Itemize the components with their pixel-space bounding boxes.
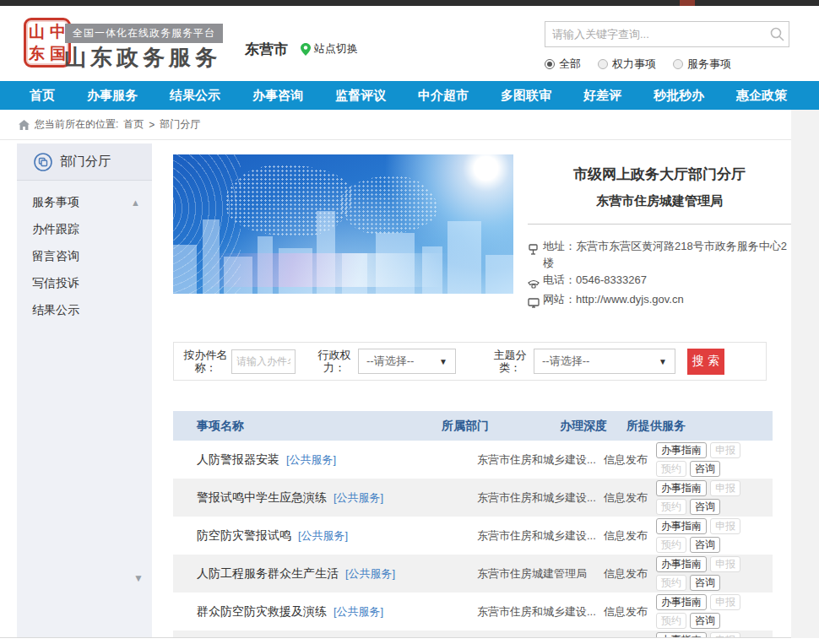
actions-cell: 办事指南 申报 预约 咨询 <box>652 555 773 593</box>
consult-button[interactable]: 咨询 <box>690 537 720 553</box>
search-button[interactable]: 搜 索 <box>687 349 724 375</box>
public-service-tag-link[interactable]: [公共服务] <box>298 529 348 542</box>
sidebar-item-label: 办件跟踪 <box>32 222 79 237</box>
item-name-input[interactable] <box>231 349 296 374</box>
nav-item[interactable]: 办事服务 <box>87 88 138 104</box>
sidebar-item-label: 留言咨询 <box>32 249 79 264</box>
phone-value: 0546-8333267 <box>576 273 647 286</box>
col-header-item-name: 事项名称 <box>173 419 473 434</box>
site-switch-label: 站点切换 <box>314 41 358 57</box>
site-switch-button[interactable]: 站点切换 <box>301 41 358 57</box>
sidebar: 部门分厅 服务事项 ▲ 办件跟踪 留言咨询 <box>17 143 152 637</box>
depth-cell: 信息发布 <box>599 566 652 582</box>
phone-icon <box>528 272 543 291</box>
radio-icon[interactable] <box>673 59 683 69</box>
address-label: 地址： <box>543 240 576 252</box>
sidebar-item-label: 写信投诉 <box>32 276 79 291</box>
select-arrow-icon: ▼ <box>659 357 667 366</box>
collapse-arrow-icon[interactable]: ▲ <box>131 198 140 208</box>
department-info-panel: 市级网上政务大厅部门分厅 东营市住房城建管理局 地址：东营市东营区黄河路218号… <box>528 154 791 311</box>
guide-button[interactable]: 办事指南 <box>656 518 707 534</box>
search-scope-radios: 全部 权力事项 服务事项 <box>545 57 731 72</box>
info-divider <box>528 224 791 225</box>
nav-item[interactable]: 好差评 <box>583 88 621 104</box>
main-content: 市级网上政务大厅部门分厅 东营市住房城建管理局 地址：东营市东营区黄河路218号… <box>173 154 791 638</box>
consult-button[interactable]: 咨询 <box>690 461 720 477</box>
item-name-cell: 人防警报器安装[公共服务] <box>173 450 473 469</box>
depth-cell: 信息发布 <box>599 604 652 620</box>
book-button-disabled: 预约 <box>656 613 686 629</box>
consult-button[interactable]: 咨询 <box>690 499 720 515</box>
actions-cell: 办事指南 申报 预约 咨询 <box>652 479 773 517</box>
scope-radio-label: 权力事项 <box>612 57 656 72</box>
topic-category-select[interactable]: --请选择-- ▼ <box>534 349 675 374</box>
consult-button[interactable]: 咨询 <box>690 613 720 629</box>
address-icon <box>528 238 543 272</box>
sidebar-item[interactable]: 服务事项 ▲ <box>17 189 152 216</box>
sidebar-menu: 服务事项 ▲ 办件跟踪 留言咨询 写信投诉 <box>17 181 152 324</box>
nav-item[interactable]: 结果公示 <box>170 88 220 104</box>
item-name-cell: 人防工程服务群众生产生活[公共服务] <box>173 564 473 583</box>
sidebar-item-label: 结果公示 <box>32 303 79 318</box>
current-city: 东营市 <box>245 40 288 59</box>
radio-icon[interactable] <box>598 59 608 69</box>
breadcrumb-home-link[interactable]: 首页 <box>123 117 144 132</box>
guide-button[interactable]: 办事指南 <box>656 556 707 572</box>
item-name-label: 按办件名称： <box>182 349 229 374</box>
declare-button-disabled: 申报 <box>710 594 740 610</box>
declare-button-disabled: 申报 <box>710 480 740 496</box>
public-service-tag-link[interactable]: [公共服务] <box>334 491 383 504</box>
table-row: 人民防空通信、警报设施为抢险救灾服务[公共服务] 东营市住房和城乡建设... 信… <box>173 630 773 638</box>
item-name-link[interactable]: 群众防空防灾救援及演练 <box>197 604 327 618</box>
nav-item[interactable]: 监督评议 <box>335 88 386 104</box>
sidebar-item[interactable]: 办件跟踪 <box>17 216 152 243</box>
department-cell: 东营市住房和城乡建设... <box>473 452 599 468</box>
guide-button[interactable]: 办事指南 <box>656 632 707 638</box>
admin-power-select[interactable]: --请选择-- ▼ <box>358 349 456 374</box>
item-name-cell: 警报试鸣中学生应急演练[公共服务] <box>173 488 473 507</box>
sidebar-item[interactable]: 结果公示 <box>17 297 152 324</box>
nav-item[interactable]: 多图联审 <box>501 88 551 104</box>
topbar-accent <box>680 0 695 6</box>
topic-category-value: --请选择-- <box>542 354 589 369</box>
public-service-tag-link[interactable]: [公共服务] <box>334 605 383 618</box>
website-label: 网站： <box>543 293 576 306</box>
keyword-search-box <box>545 21 789 47</box>
public-service-tag-link[interactable]: [公共服务] <box>345 567 395 580</box>
browser-top-strip <box>0 0 819 6</box>
address-line: 地址：东营市东营区黄河路218号市政务服务中心2楼 <box>528 238 791 272</box>
nav-item[interactable]: 首页 <box>30 88 55 104</box>
item-name-link[interactable]: 人防警报器安装 <box>197 452 279 466</box>
item-name-cell: 群众防空防灾救援及演练[公共服务] <box>173 602 473 621</box>
depth-cell: 信息发布 <box>599 452 652 468</box>
scope-radio-option[interactable]: 全部 <box>545 57 581 72</box>
scope-radio-option[interactable]: 权力事项 <box>598 57 656 72</box>
guide-button[interactable]: 办事指南 <box>656 480 707 496</box>
consult-button[interactable]: 咨询 <box>690 575 720 591</box>
sidebar-item[interactable]: 写信投诉 <box>17 270 152 297</box>
website-line: 网站：http://www.dyjs.gov.cn <box>528 291 791 311</box>
seal-char: 东 <box>29 46 45 62</box>
keyword-search-input[interactable] <box>545 28 765 41</box>
website-value: http://www.dyjs.gov.cn <box>576 293 684 306</box>
item-name-link[interactable]: 人防工程服务群众生产生活 <box>197 566 339 580</box>
nav-item[interactable]: 办事咨询 <box>252 88 303 104</box>
item-name-link[interactable]: 警报试鸣中学生应急演练 <box>197 490 327 504</box>
public-service-tag-link[interactable]: [公共服务] <box>286 453 336 466</box>
search-icon[interactable] <box>765 27 789 41</box>
phone-line: 电话：0546-8333267 <box>528 272 791 291</box>
nav-item[interactable]: 惠企政策 <box>736 88 787 104</box>
item-name-link[interactable]: 防空防灾警报试鸣 <box>197 528 291 542</box>
sidebar-scroll-down-icon[interactable]: ▼ <box>133 572 144 584</box>
table-row: 人防工程服务群众生产生活[公共服务] 东营市住房城建管理局 信息发布 办事指南 … <box>173 555 773 593</box>
nav-item[interactable]: 中介超市 <box>418 88 469 104</box>
radio-icon[interactable] <box>545 59 555 69</box>
book-button-disabled: 预约 <box>656 461 686 477</box>
guide-button[interactable]: 办事指南 <box>656 442 707 458</box>
sidebar-item[interactable]: 留言咨询 <box>17 243 152 270</box>
scope-radio-option[interactable]: 服务事项 <box>673 57 731 72</box>
book-button-disabled: 预约 <box>656 499 686 515</box>
nav-item[interactable]: 秒批秒办 <box>654 88 704 104</box>
guide-button[interactable]: 办事指南 <box>656 594 707 610</box>
phone-label: 电话： <box>543 273 576 286</box>
